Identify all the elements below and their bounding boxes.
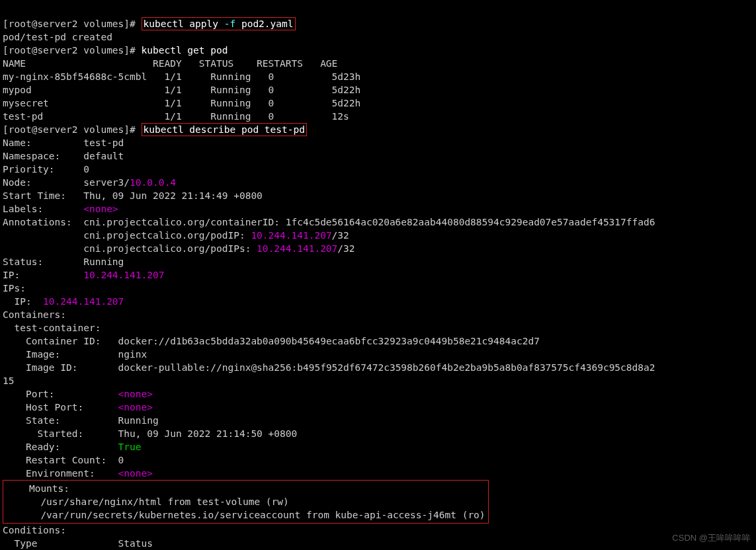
pod-table-header: NAME READY STATUS RESTARTS AGE: [3, 58, 337, 69]
container-host-port: Host Port: <none>: [3, 402, 153, 412]
describe-ips-label: IPs:: [3, 283, 26, 294]
command-box-describe: kubectl describe pod test-pd: [142, 123, 307, 136]
describe-priority: Priority: 0: [3, 164, 89, 175]
describe-annotation: cni.projectcalico.org/podIP: 10.244.141.…: [3, 230, 349, 241]
describe-node: Node: server3/10.0.0.4: [3, 177, 176, 188]
container-restart-count: Restart Count: 0: [3, 455, 124, 465]
mount-entry: /var/run/secrets/kubernetes.io/serviceac…: [6, 510, 485, 520]
pod-row: my-nginx-85bf54688c-5cmbl 1/1 Running 0 …: [3, 71, 360, 82]
describe-ip: IP: 10.244.141.207: [3, 270, 164, 280]
describe-annotation: cni.projectcalico.org/podIPs: 10.244.141…: [3, 243, 355, 254]
container-image-id-wrap: 15: [3, 375, 14, 386]
pod-row: mypod 1/1 Running 0 5d22h: [3, 85, 360, 95]
mounts-box: Mounts: /usr/share/nginx/html from test-…: [3, 480, 489, 524]
mount-entry: /usr/share/nginx/html from test-volume (…: [6, 496, 289, 507]
describe-ips-value: IP: 10.244.141.207: [3, 296, 124, 307]
describe-name: Name: test-pd: [3, 138, 124, 148]
container-port: Port: <none>: [3, 389, 153, 399]
conditions-header: Type Status: [3, 538, 153, 549]
command-get-pod: kubectl get pod: [142, 45, 228, 56]
containers-label: Containers:: [3, 309, 66, 320]
prompt: [root@server2 volumes]#: [3, 124, 142, 135]
describe-start-time: Start Time: Thu, 09 Jun 2022 21:14:49 +0…: [3, 190, 263, 201]
mounts-label: Mounts:: [6, 483, 69, 494]
describe-labels: Labels: <none>: [3, 204, 118, 214]
container-image: Image: nginx: [3, 349, 147, 360]
prompt: [root@server2 volumes]#: [3, 19, 142, 29]
conditions-label: Conditions:: [3, 525, 66, 535]
apply-result: pod/test-pd created: [3, 32, 112, 42]
pod-row: test-pd 1/1 Running 0 12s: [3, 111, 349, 122]
pod-row: mysecret 1/1 Running 0 5d22h: [3, 98, 360, 108]
container-environment: Environment: <none>: [3, 468, 153, 479]
container-started: Started: Thu, 09 Jun 2022 21:14:50 +0800: [3, 428, 297, 439]
container-ready: Ready: True: [3, 442, 142, 452]
terminal-output[interactable]: [root@server2 volumes]# kubectl apply -f…: [0, 0, 756, 550]
describe-namespace: Namespace: default: [3, 151, 124, 161]
container-image-id: Image ID: docker-pullable://nginx@sha256…: [3, 362, 655, 373]
container-name: test-container:: [3, 323, 101, 333]
describe-status: Status: Running: [3, 256, 124, 267]
describe-annotation: Annotations: cni.projectcalico.org/conta…: [3, 217, 655, 227]
container-state: State: Running: [3, 415, 159, 426]
prompt: [root@server2 volumes]#: [3, 45, 142, 56]
watermark: CSDN @王哞哞哞哞: [672, 531, 751, 545]
container-id: Container ID: docker://d1b63ac5bdda32ab0…: [3, 336, 540, 346]
command-box-apply: kubectl apply -f pod2.yaml: [142, 17, 296, 30]
